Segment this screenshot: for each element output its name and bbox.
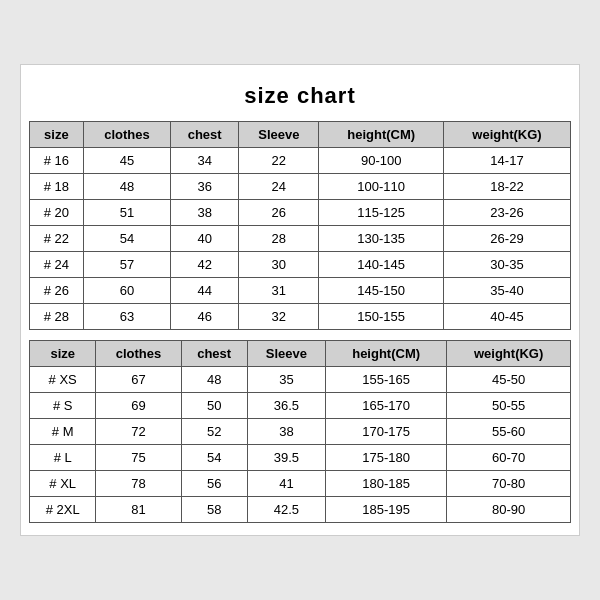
table-cell: 56: [181, 471, 247, 497]
table-cell: 54: [181, 445, 247, 471]
table-cell: # 20: [30, 200, 84, 226]
table-cell: 48: [83, 174, 170, 200]
table-cell: 32: [239, 304, 319, 330]
size-table-1: sizeclotheschestSleeveheight(CM)weight(K…: [29, 121, 571, 330]
table-cell: 115-125: [319, 200, 444, 226]
table1-col-header: height(CM): [319, 122, 444, 148]
table-cell: 36.5: [247, 393, 325, 419]
table1-col-header: size: [30, 122, 84, 148]
table-cell: 72: [96, 419, 181, 445]
table1-header: sizeclotheschestSleeveheight(CM)weight(K…: [30, 122, 571, 148]
size-table-2: sizeclotheschestSleeveheight(CM)weight(K…: [29, 340, 571, 523]
table-cell: 45-50: [447, 367, 571, 393]
table-cell: 26-29: [443, 226, 570, 252]
table-cell: 155-165: [325, 367, 446, 393]
table-cell: 48: [181, 367, 247, 393]
table-cell: 23-26: [443, 200, 570, 226]
table-cell: 58: [181, 497, 247, 523]
table-cell: 55-60: [447, 419, 571, 445]
table-row: # S695036.5165-17050-55: [30, 393, 571, 419]
table-cell: # L: [30, 445, 96, 471]
table-cell: 46: [171, 304, 239, 330]
chart-title: size chart: [29, 75, 571, 121]
table-cell: 18-22: [443, 174, 570, 200]
table-cell: 51: [83, 200, 170, 226]
table1-col-header: chest: [171, 122, 239, 148]
table-cell: 145-150: [319, 278, 444, 304]
table-cell: # XS: [30, 367, 96, 393]
table-row: # M725238170-17555-60: [30, 419, 571, 445]
table-cell: 54: [83, 226, 170, 252]
table-cell: 45: [83, 148, 170, 174]
table-cell: # S: [30, 393, 96, 419]
table-cell: 80-90: [447, 497, 571, 523]
table2-col-header: clothes: [96, 341, 181, 367]
table-cell: 44: [171, 278, 239, 304]
table-cell: 28: [239, 226, 319, 252]
table-cell: 81: [96, 497, 181, 523]
table1-col-header: clothes: [83, 122, 170, 148]
table-row: # XL785641180-18570-80: [30, 471, 571, 497]
table-cell: 31: [239, 278, 319, 304]
table-row: # 2XL815842.5185-19580-90: [30, 497, 571, 523]
table-cell: # 18: [30, 174, 84, 200]
table-cell: 75: [96, 445, 181, 471]
table-row: # 22544028130-13526-29: [30, 226, 571, 252]
table-cell: # 2XL: [30, 497, 96, 523]
table-cell: 70-80: [447, 471, 571, 497]
table-cell: 150-155: [319, 304, 444, 330]
table-cell: # 24: [30, 252, 84, 278]
table-cell: 67: [96, 367, 181, 393]
table-cell: 100-110: [319, 174, 444, 200]
table1-body: # 1645342290-10014-17# 18483624100-11018…: [30, 148, 571, 330]
table2-col-header: weight(KG): [447, 341, 571, 367]
table-cell: 36: [171, 174, 239, 200]
table-cell: 180-185: [325, 471, 446, 497]
table-cell: 78: [96, 471, 181, 497]
table1-col-header: Sleeve: [239, 122, 319, 148]
table-cell: 42.5: [247, 497, 325, 523]
table-row: # 26604431145-15035-40: [30, 278, 571, 304]
table-cell: # 22: [30, 226, 84, 252]
table-cell: 30: [239, 252, 319, 278]
table-row: # 20513826115-12523-26: [30, 200, 571, 226]
table-cell: 165-170: [325, 393, 446, 419]
table2-col-header: size: [30, 341, 96, 367]
table-cell: 69: [96, 393, 181, 419]
table-cell: # XL: [30, 471, 96, 497]
table-cell: 185-195: [325, 497, 446, 523]
table2-header-row: sizeclotheschestSleeveheight(CM)weight(K…: [30, 341, 571, 367]
table-cell: 63: [83, 304, 170, 330]
table-row: # 24574230140-14530-35: [30, 252, 571, 278]
table-cell: 38: [171, 200, 239, 226]
table-cell: 26: [239, 200, 319, 226]
table-cell: 35-40: [443, 278, 570, 304]
table-row: # 1645342290-10014-17: [30, 148, 571, 174]
size-chart-card: size chart sizeclotheschestSleeveheight(…: [20, 64, 580, 536]
table-row: # L755439.5175-18060-70: [30, 445, 571, 471]
table-cell: 140-145: [319, 252, 444, 278]
table1-col-header: weight(KG): [443, 122, 570, 148]
table-cell: # M: [30, 419, 96, 445]
table-cell: 57: [83, 252, 170, 278]
table-cell: 22: [239, 148, 319, 174]
table-cell: 40: [171, 226, 239, 252]
table-cell: 50: [181, 393, 247, 419]
table-cell: # 16: [30, 148, 84, 174]
table-cell: 38: [247, 419, 325, 445]
table-row: # XS674835155-16545-50: [30, 367, 571, 393]
table-cell: 60-70: [447, 445, 571, 471]
table-row: # 28634632150-15540-45: [30, 304, 571, 330]
table2-col-header: chest: [181, 341, 247, 367]
table-row: # 18483624100-11018-22: [30, 174, 571, 200]
table2-col-header: Sleeve: [247, 341, 325, 367]
table-cell: # 26: [30, 278, 84, 304]
table-cell: 24: [239, 174, 319, 200]
table-cell: 40-45: [443, 304, 570, 330]
table-cell: 50-55: [447, 393, 571, 419]
table-cell: 130-135: [319, 226, 444, 252]
table1-header-row: sizeclotheschestSleeveheight(CM)weight(K…: [30, 122, 571, 148]
table-gap: [29, 330, 571, 340]
table-cell: 41: [247, 471, 325, 497]
table2-body: # XS674835155-16545-50# S695036.5165-170…: [30, 367, 571, 523]
